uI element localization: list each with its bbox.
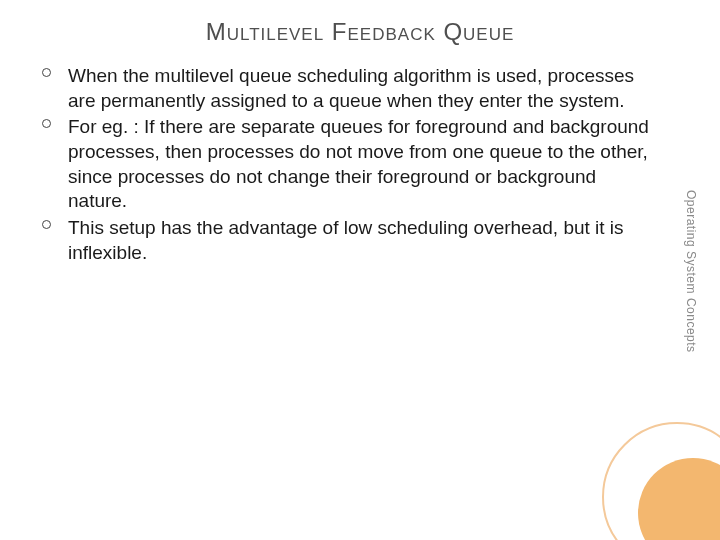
list-item: For eg. : If there are separate queues f… — [40, 115, 660, 214]
bullet-list: When the multilevel queue scheduling alg… — [40, 64, 660, 266]
content-area: When the multilevel queue scheduling alg… — [40, 64, 680, 266]
list-item: When the multilevel queue scheduling alg… — [40, 64, 660, 113]
bullet-icon — [42, 220, 51, 229]
bullet-text: This setup has the advantage of low sche… — [68, 217, 624, 263]
slide-title: Multilevel Feedback Queue — [40, 18, 680, 46]
circle-fill-icon — [638, 458, 720, 540]
side-label: Operating System Concepts — [684, 190, 698, 353]
decorative-circles — [590, 410, 720, 540]
circle-outline-icon — [602, 422, 720, 540]
bullet-text: For eg. : If there are separate queues f… — [68, 116, 649, 211]
bullet-text: When the multilevel queue scheduling alg… — [68, 65, 634, 111]
bullet-icon — [42, 68, 51, 77]
bullet-icon — [42, 119, 51, 128]
slide: Multilevel Feedback Queue When the multi… — [0, 0, 720, 540]
list-item: This setup has the advantage of low sche… — [40, 216, 660, 265]
